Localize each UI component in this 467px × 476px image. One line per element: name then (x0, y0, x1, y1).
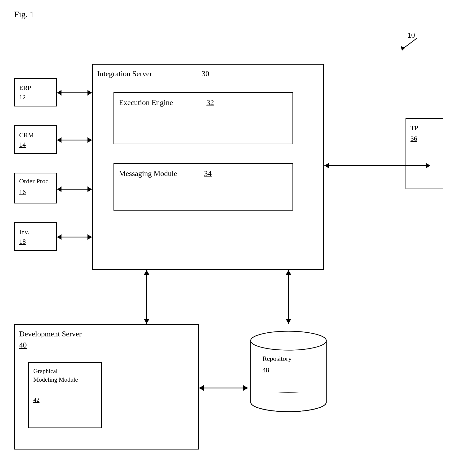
devserver-title: Development Server (19, 329, 82, 339)
orderproc-box: Order Proc. 16 (14, 173, 57, 203)
integration-server-title: Integration Server (97, 69, 152, 79)
svg-marker-25 (243, 385, 248, 391)
repository-cylinder (248, 327, 329, 414)
messaging-module-box: Messaging Module 34 (114, 163, 293, 211)
tp-box: TP 36 (405, 118, 443, 189)
svg-marker-10 (88, 137, 92, 143)
svg-point-3 (251, 331, 326, 350)
svg-marker-17 (57, 234, 62, 240)
erp-ref: 12 (19, 93, 26, 102)
svg-marker-23 (144, 270, 149, 275)
tp-ref: 36 (411, 134, 417, 143)
execution-engine-box: Execution Engine 32 (114, 92, 293, 144)
svg-marker-7 (88, 90, 92, 96)
inv-title: Inv. (19, 228, 29, 236)
crm-ref: 14 (19, 140, 26, 149)
figure-label: Fig. 1 (14, 10, 34, 19)
graphical-modeling-box: GraphicalModeling Module 42 (28, 362, 102, 428)
erp-title: ERP (19, 83, 31, 92)
inv-ref: 18 (19, 237, 26, 246)
svg-marker-8 (57, 90, 62, 96)
svg-marker-26 (199, 385, 204, 391)
svg-marker-16 (88, 234, 92, 240)
svg-marker-29 (286, 270, 291, 275)
crm-title: CRM (19, 131, 34, 139)
messaging-module-title: Messaging Module (119, 169, 177, 179)
svg-marker-22 (144, 319, 149, 324)
tp-title: TP (411, 124, 418, 132)
crm-box: CRM 14 (14, 125, 57, 154)
svg-marker-28 (286, 319, 291, 324)
devserver-ref: 40 (19, 340, 27, 350)
execution-engine-ref: 32 (207, 98, 214, 108)
graphical-modeling-title: GraphicalModeling Module (33, 367, 78, 384)
messaging-module-ref: 34 (204, 169, 212, 179)
repository-title: Repository (262, 355, 292, 362)
svg-marker-14 (57, 186, 62, 192)
integration-server-ref: 30 (202, 69, 209, 79)
svg-marker-13 (88, 186, 92, 192)
repository-ref: 48 (262, 366, 269, 374)
svg-marker-1 (401, 46, 405, 51)
graphical-modeling-ref: 42 (33, 396, 39, 404)
svg-rect-5 (251, 393, 326, 402)
erp-box: ERP 12 (14, 78, 57, 106)
svg-line-0 (403, 38, 417, 49)
svg-marker-11 (57, 137, 62, 143)
repository-container: Repository 48 (248, 327, 329, 414)
ref-10-arrow (398, 36, 422, 52)
execution-engine-title: Execution Engine (119, 98, 173, 108)
svg-marker-20 (324, 163, 329, 169)
orderproc-title: Order Proc. (19, 177, 50, 185)
inv-box: Inv. 18 (14, 222, 57, 251)
orderproc-ref: 16 (19, 188, 26, 196)
